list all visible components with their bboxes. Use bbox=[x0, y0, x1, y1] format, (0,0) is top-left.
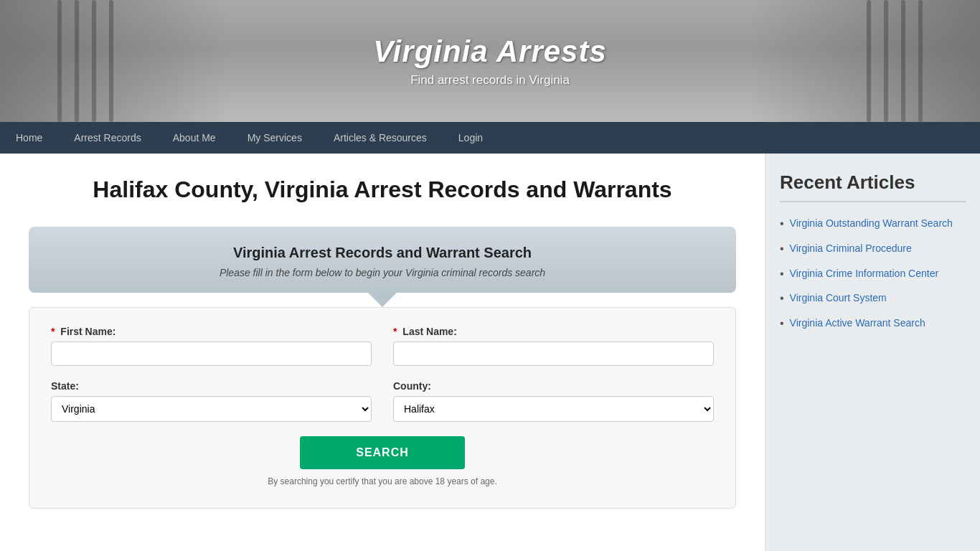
bar-line bbox=[75, 0, 79, 122]
last-name-input[interactable] bbox=[393, 342, 714, 366]
nav-item-login[interactable]: Login bbox=[443, 122, 499, 154]
bar-line bbox=[109, 0, 113, 122]
sidebar-link-1[interactable]: Virginia Criminal Procedure bbox=[790, 242, 912, 256]
first-name-input[interactable] bbox=[51, 342, 372, 366]
bar-lines-right bbox=[867, 0, 923, 122]
location-row: State: Virginia County: Halifax bbox=[51, 380, 714, 422]
bar-line bbox=[918, 0, 923, 122]
nav-item-articles[interactable]: Articles & Resources bbox=[318, 122, 443, 154]
county-select[interactable]: Halifax bbox=[393, 396, 714, 422]
sidebar-item-2: Virginia Crime Information Center bbox=[780, 267, 966, 282]
nav-item-my-services[interactable]: My Services bbox=[232, 122, 318, 154]
first-name-label: * First Name: bbox=[51, 326, 372, 337]
hero-bars-left bbox=[0, 0, 230, 122]
sidebar-link-0[interactable]: Virginia Outstanding Warrant Search bbox=[790, 217, 953, 231]
site-subtitle: Find arrest records in Virginia bbox=[373, 73, 607, 88]
name-row: * First Name: * Last Name: bbox=[51, 326, 714, 366]
state-label: State: bbox=[51, 380, 372, 392]
main-nav: Home Arrest Records About Me My Services… bbox=[0, 122, 980, 154]
last-name-required: * bbox=[393, 326, 397, 337]
nav-link-about-me[interactable]: About Me bbox=[157, 122, 232, 154]
nav-list: Home Arrest Records About Me My Services… bbox=[0, 122, 980, 154]
sidebar-item-0: Virginia Outstanding Warrant Search bbox=[780, 217, 966, 232]
main-content: Halifax County, Virginia Arrest Records … bbox=[0, 154, 765, 551]
bar-line bbox=[57, 0, 62, 122]
state-select[interactable]: Virginia bbox=[51, 396, 372, 422]
nav-item-home[interactable]: Home bbox=[0, 122, 58, 154]
sidebar-item-1: Virginia Criminal Procedure bbox=[780, 242, 966, 257]
form-card-header: Virginia Arrest Records and Warrant Sear… bbox=[29, 227, 736, 293]
sidebar-article-list: Virginia Outstanding Warrant Search Virg… bbox=[780, 217, 966, 331]
form-note: By searching you certify that you are ab… bbox=[51, 476, 714, 486]
bar-lines-left bbox=[57, 0, 113, 122]
last-name-label: * Last Name: bbox=[393, 326, 714, 337]
bar-line bbox=[92, 0, 96, 122]
nav-link-home[interactable]: Home bbox=[0, 122, 58, 154]
sidebar-title: Recent Articles bbox=[780, 171, 966, 202]
form-card-title: Virginia Arrest Records and Warrant Sear… bbox=[50, 245, 715, 261]
last-name-group: * Last Name: bbox=[393, 326, 714, 366]
state-group: State: Virginia bbox=[51, 380, 372, 422]
nav-link-my-services[interactable]: My Services bbox=[232, 122, 318, 154]
bar-line bbox=[901, 0, 905, 122]
hero-content: Virginia Arrests Find arrest records in … bbox=[373, 34, 607, 88]
search-button[interactable]: SEARCH bbox=[300, 436, 465, 469]
nav-link-articles[interactable]: Articles & Resources bbox=[318, 122, 443, 154]
sidebar-link-3[interactable]: Virginia Court System bbox=[790, 291, 887, 306]
sidebar-link-4[interactable]: Virginia Active Warrant Search bbox=[790, 316, 925, 331]
form-card-subtitle: Please fill in the form below to begin y… bbox=[50, 267, 715, 278]
nav-item-arrest-records[interactable]: Arrest Records bbox=[58, 122, 156, 154]
nav-link-login[interactable]: Login bbox=[443, 122, 499, 154]
county-group: County: Halifax bbox=[393, 380, 714, 422]
sidebar-item-3: Virginia Court System bbox=[780, 291, 966, 306]
first-name-group: * First Name: bbox=[51, 326, 372, 366]
sidebar-item-4: Virginia Active Warrant Search bbox=[780, 316, 966, 331]
hero-section: Virginia Arrests Find arrest records in … bbox=[0, 0, 980, 122]
nav-item-about-me[interactable]: About Me bbox=[157, 122, 232, 154]
bar-line bbox=[884, 0, 888, 122]
nav-link-arrest-records[interactable]: Arrest Records bbox=[58, 122, 156, 154]
bar-line bbox=[867, 0, 871, 122]
sidebar: Recent Articles Virginia Outstanding War… bbox=[765, 154, 980, 551]
search-form-section: * First Name: * Last Name: State: bbox=[29, 307, 736, 509]
page-title: Halifax County, Virginia Arrest Records … bbox=[29, 175, 736, 205]
site-title: Virginia Arrests bbox=[373, 34, 607, 69]
hero-bars-right bbox=[750, 0, 980, 122]
first-name-required: * bbox=[51, 326, 55, 337]
form-card-arrow bbox=[368, 293, 397, 307]
county-label: County: bbox=[393, 380, 714, 392]
page-wrapper: Halifax County, Virginia Arrest Records … bbox=[0, 154, 980, 551]
sidebar-link-2[interactable]: Virginia Crime Information Center bbox=[790, 267, 939, 281]
